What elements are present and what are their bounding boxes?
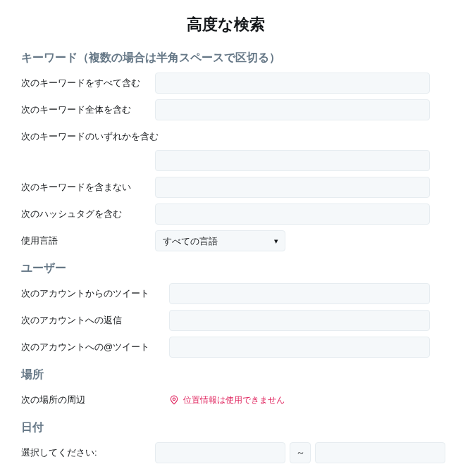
location-disabled-message: 位置情報は使用できません: [169, 394, 285, 406]
input-all-words[interactable]: [155, 73, 430, 94]
label-all-words: 次のキーワードをすべて含む: [21, 77, 155, 89]
label-language: 使用言語: [21, 234, 155, 247]
page-title: 高度な検索: [21, 14, 430, 35]
section-heading-location: 場所: [21, 368, 430, 382]
input-date-to[interactable]: [315, 442, 445, 463]
input-mention-account[interactable]: [169, 337, 430, 358]
input-none-words[interactable]: [155, 177, 430, 198]
select-language[interactable]: すべての言語: [155, 230, 285, 251]
section-heading-dates: 日付: [21, 420, 430, 435]
input-to-account[interactable]: [169, 310, 430, 331]
input-from-account[interactable]: [169, 283, 430, 304]
section-heading-users: ユーザー: [21, 261, 430, 276]
label-any-words: 次のキーワードのいずれかを含む: [21, 130, 159, 143]
svg-point-0: [173, 398, 175, 401]
label-from-account: 次のアカウントからのツイート: [21, 287, 169, 300]
input-hashtags[interactable]: [155, 203, 430, 225]
label-none-words: 次のキーワードを含まない: [21, 181, 155, 194]
input-any-words[interactable]: [155, 150, 430, 171]
location-pin-icon: [169, 395, 179, 405]
label-to-account: 次のアカウントへの返信: [21, 314, 169, 327]
label-mention-account: 次のアカウントへの@ツイート: [21, 341, 169, 353]
input-exact-phrase[interactable]: [155, 99, 430, 120]
location-disabled-text: 位置情報は使用できません: [183, 394, 285, 406]
date-range-separator: ～: [290, 442, 311, 463]
input-date-from[interactable]: [155, 442, 285, 463]
label-date-select: 選択してください:: [21, 446, 155, 459]
label-near-location: 次の場所の周辺: [21, 394, 169, 406]
label-hashtags: 次のハッシュタグを含む: [21, 208, 155, 220]
label-exact-phrase: 次のキーワード全体を含む: [21, 104, 155, 116]
section-heading-keywords: キーワード（複数の場合は半角スペースで区切る）: [21, 51, 430, 65]
